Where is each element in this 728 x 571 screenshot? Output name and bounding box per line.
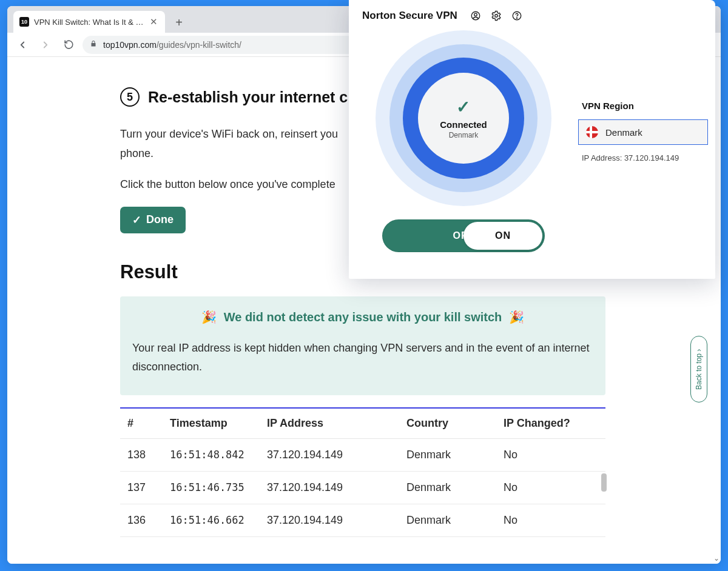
- account-icon[interactable]: [470, 10, 482, 22]
- tab-favicon: 10: [19, 17, 29, 27]
- vpn-header: Norton Secure VPN: [349, 0, 715, 28]
- table-row: 138 16:51:48.842 37.120.194.149 Denmark …: [120, 438, 605, 471]
- page-scroll-corner-icon[interactable]: ⌄: [713, 554, 720, 563]
- region-label: VPN Region: [578, 101, 715, 111]
- vpn-window: Norton Secure VPN ✓ Connected Denmark: [349, 0, 715, 279]
- svg-point-4: [516, 18, 517, 18]
- vpn-toggle[interactable]: OFF ON: [382, 219, 545, 252]
- url-text: top10vpn.com/guides/vpn-kill-switch/: [103, 40, 241, 50]
- region-selector[interactable]: Denmark: [578, 119, 708, 145]
- browser-tab[interactable]: 10 VPN Kill Switch: What Is It & How ✕: [13, 11, 165, 33]
- tab-close-icon[interactable]: ✕: [149, 16, 159, 27]
- help-icon[interactable]: [511, 10, 523, 22]
- col-ip: IP Address: [260, 408, 399, 439]
- result-table: # Timestamp IP Address Country IP Change…: [120, 407, 605, 537]
- table-scrollbar[interactable]: [601, 473, 607, 492]
- check-icon: ✓: [132, 213, 141, 227]
- svg-point-2: [495, 15, 498, 18]
- flag-denmark-icon: [586, 126, 598, 138]
- col-country: Country: [399, 408, 496, 439]
- vpn-status-panel: ✓ Connected Denmark OFF ON: [349, 28, 578, 279]
- tab-title: VPN Kill Switch: What Is It & How: [34, 18, 144, 27]
- col-timestamp: Timestamp: [163, 408, 260, 439]
- party-popper-icon: 🎉: [509, 310, 524, 324]
- vpn-region-panel: VPN Region Denmark IP Address: 37.120.19…: [578, 28, 715, 279]
- step-number: 5: [120, 87, 140, 107]
- settings-icon[interactable]: [490, 10, 502, 22]
- step-title: Re-establish your internet c: [148, 88, 348, 106]
- toggle-on-label: ON: [463, 222, 542, 250]
- banner-body: Your real IP address is kept hidden when…: [132, 339, 593, 377]
- banner-title: 🎉 We did not detect any issue with your …: [132, 310, 593, 324]
- ip-address-line: IP Address: 37.120.194.149: [578, 153, 715, 162]
- party-popper-icon: 🎉: [201, 310, 217, 324]
- done-label: Done: [146, 213, 174, 226]
- vpn-status-text: Connected: [440, 119, 487, 130]
- new-tab-button[interactable]: +: [170, 13, 188, 32]
- result-title: Result: [120, 261, 178, 283]
- lock-icon: [90, 40, 97, 49]
- vpn-status-region: Denmark: [440, 131, 487, 139]
- vpn-status-indicator: ✓ Connected Denmark: [376, 30, 551, 206]
- region-value: Denmark: [605, 127, 642, 138]
- svg-point-1: [474, 13, 477, 16]
- col-changed: IP Changed?: [496, 408, 605, 439]
- table-row: 136 16:51:46.662 37.120.194.149 Denmark …: [120, 504, 605, 536]
- result-banner: 🎉 We did not detect any issue with your …: [120, 296, 605, 395]
- vpn-title: Norton Secure VPN: [362, 10, 457, 22]
- nav-reload-button[interactable]: [59, 36, 78, 54]
- col-num: #: [120, 408, 163, 439]
- table-row: 137 16:51:46.735 37.120.194.149 Denmark …: [120, 471, 605, 504]
- back-to-top-button[interactable]: Back to top ›: [690, 336, 707, 402]
- nav-back-button[interactable]: [13, 36, 32, 54]
- connected-check-icon: ✓: [440, 97, 487, 117]
- nav-forward-button[interactable]: [36, 36, 55, 54]
- done-button[interactable]: ✓ Done: [120, 207, 186, 233]
